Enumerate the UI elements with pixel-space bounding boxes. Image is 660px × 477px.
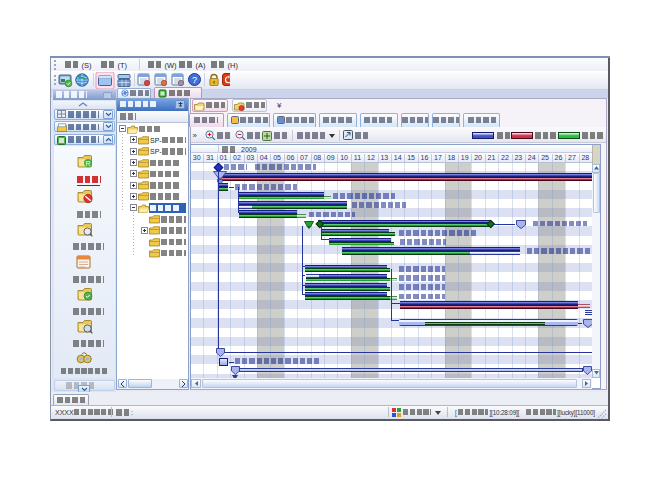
- svg-text:R: R: [85, 160, 90, 167]
- svg-text:?: ?: [192, 75, 197, 85]
